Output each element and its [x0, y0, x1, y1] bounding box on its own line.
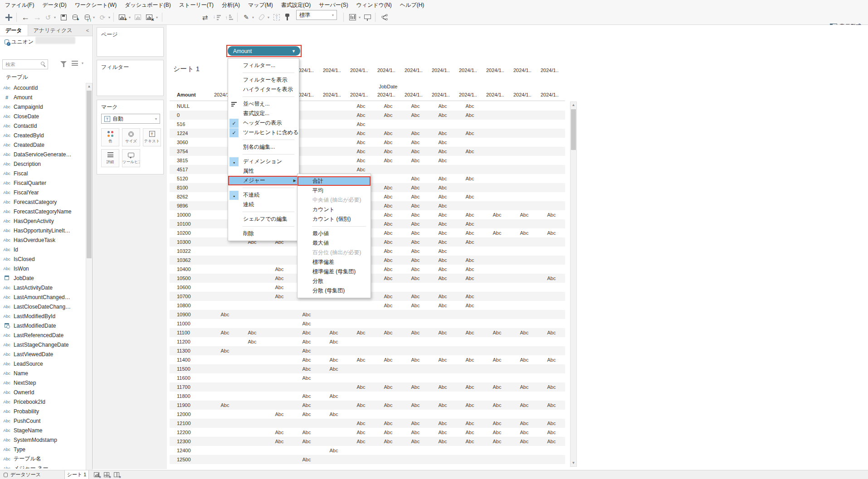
- context-menu-item[interactable]: 別名の編集...: [228, 142, 299, 152]
- menubar-item[interactable]: ワークシート(W): [71, 0, 121, 10]
- tab-datasource[interactable]: データソース: [0, 470, 46, 479]
- table-cell[interactable]: Abc: [266, 285, 293, 290]
- row-header[interactable]: 10300: [177, 239, 191, 245]
- table-cell[interactable]: Abc: [211, 348, 239, 353]
- rows-pill-amount[interactable]: Amount ▼: [228, 46, 300, 56]
- field-item[interactable]: AbcIsClosed: [0, 254, 85, 264]
- table-cell[interactable]: Abc: [538, 276, 565, 281]
- table-cell[interactable]: Abc: [211, 330, 239, 335]
- datasource-connection[interactable]: ユニオン: [5, 38, 34, 45]
- field-item[interactable]: AbcLastCloseDateChang…: [0, 302, 85, 311]
- table-cell[interactable]: Abc: [375, 212, 402, 218]
- menubar-item[interactable]: データ(D): [38, 0, 70, 10]
- table-cell[interactable]: Abc: [511, 439, 538, 444]
- table-cell[interactable]: Abc: [375, 103, 402, 109]
- field-item[interactable]: Abcメジャー ネー: [0, 464, 85, 469]
- column-header[interactable]: 2024/1..: [347, 68, 375, 73]
- table-cell[interactable]: Abc: [402, 112, 429, 118]
- field-item[interactable]: AbcForecastCategoryName: [0, 207, 85, 216]
- pause-auto-updates-button[interactable]: [83, 10, 92, 24]
- table-cell[interactable]: Abc: [483, 330, 511, 335]
- context-menu-item[interactable]: シェルフでの編集: [228, 214, 299, 224]
- fit-selector[interactable]: 標準 ▾: [296, 10, 337, 20]
- table-cell[interactable]: Abc: [483, 357, 511, 363]
- field-item[interactable]: Abcテーブル名: [0, 454, 85, 464]
- clear-sheet-button[interactable]: [144, 10, 154, 24]
- table-cell[interactable]: Abc: [293, 393, 320, 399]
- pages-shelf[interactable]: ページ: [97, 27, 164, 57]
- row-header[interactable]: 11400: [177, 357, 190, 363]
- row-header[interactable]: 8100: [177, 185, 188, 190]
- field-item[interactable]: LastModifiedDate: [0, 321, 85, 330]
- row-header[interactable]: 9896: [177, 203, 188, 208]
- table-cell[interactable]: Abc: [402, 421, 429, 426]
- filter-fields-icon[interactable]: [60, 61, 67, 64]
- column-header[interactable]: 2024/1..: [320, 92, 347, 97]
- row-header[interactable]: 12500: [177, 457, 191, 462]
- column-header[interactable]: 2024/1..: [402, 68, 429, 73]
- table-cell[interactable]: Abc: [456, 212, 483, 218]
- table-cell[interactable]: Abc: [402, 384, 429, 390]
- table-cell[interactable]: Abc: [456, 194, 483, 199]
- new-datasource-button[interactable]: [70, 10, 79, 24]
- context-menu-item[interactable]: 書式設定...: [228, 109, 299, 118]
- column-header[interactable]: 2024/1..: [402, 92, 429, 97]
- submenu-item[interactable]: 標準偏差: [297, 257, 371, 267]
- column-header[interactable]: 2024/1..: [483, 92, 511, 97]
- table-cell[interactable]: Abc: [429, 294, 456, 299]
- duplicate-sheet-button[interactable]: [133, 10, 143, 24]
- table-cell[interactable]: Abc: [429, 221, 456, 227]
- table-cell[interactable]: Abc: [429, 112, 456, 118]
- context-menu-item[interactable]: 並べ替え...: [228, 99, 299, 109]
- run-update-caret[interactable]: ▾: [107, 10, 112, 24]
- row-header[interactable]: 11900: [177, 402, 190, 408]
- new-dashboard-tab-button[interactable]: [102, 470, 112, 479]
- mark-button-color[interactable]: 色: [101, 128, 119, 146]
- table-cell[interactable]: Abc: [375, 131, 402, 136]
- table-cell[interactable]: Abc: [320, 448, 347, 453]
- table-cell[interactable]: Abc: [402, 266, 429, 272]
- context-menu-item[interactable]: ハイライターを表示: [228, 85, 299, 94]
- table-cell[interactable]: Abc: [429, 266, 456, 272]
- table-cell[interactable]: Abc: [402, 158, 429, 163]
- table-cell[interactable]: Abc: [375, 185, 402, 190]
- sort-descending-button[interactable]: [224, 10, 234, 24]
- table-cell[interactable]: Abc: [511, 384, 538, 390]
- table-cell[interactable]: Abc: [402, 103, 429, 109]
- table-cell[interactable]: Abc: [456, 294, 483, 299]
- table-cell[interactable]: Abc: [429, 402, 456, 408]
- row-header[interactable]: 3754: [177, 149, 188, 154]
- table-cell[interactable]: Abc: [211, 312, 239, 317]
- table-cell[interactable]: Abc: [456, 430, 483, 435]
- table-cell[interactable]: Abc: [239, 330, 266, 335]
- table-cell[interactable]: Abc: [293, 321, 320, 326]
- table-cell[interactable]: Abc: [320, 393, 347, 399]
- context-menu-item[interactable]: ディメンション: [228, 157, 299, 166]
- table-cell[interactable]: Abc: [375, 384, 402, 390]
- table-cell[interactable]: Abc: [456, 131, 483, 136]
- tab-data[interactable]: データ: [0, 25, 28, 36]
- table-cell[interactable]: Abc: [293, 330, 320, 335]
- table-cell[interactable]: Abc: [456, 402, 483, 408]
- column-header[interactable]: 2024/1..: [429, 68, 456, 73]
- row-header[interactable]: 12400: [177, 448, 191, 453]
- context-menu-item[interactable]: 不連続: [228, 190, 299, 200]
- field-item[interactable]: AbcContactId: [0, 121, 85, 131]
- submenu-item[interactable]: 分散 (母集団): [297, 286, 371, 295]
- table-cell[interactable]: Abc: [375, 140, 402, 145]
- table-cell[interactable]: Abc: [456, 303, 483, 308]
- menubar-item[interactable]: ファイル(F): [1, 0, 38, 10]
- row-header[interactable]: 10700: [177, 294, 191, 299]
- table-cell[interactable]: Abc: [402, 149, 429, 154]
- menubar-item[interactable]: 書式設定(O): [277, 0, 315, 10]
- table-cell[interactable]: Abc: [483, 402, 511, 408]
- table-cell[interactable]: Abc: [375, 357, 402, 363]
- highlight-caret[interactable]: ▾: [251, 10, 255, 24]
- table-cell[interactable]: Abc: [429, 103, 456, 109]
- table-cell[interactable]: Abc: [347, 402, 375, 408]
- table-cell[interactable]: Abc: [266, 276, 293, 281]
- column-header[interactable]: 2024/1..: [347, 92, 375, 97]
- row-header[interactable]: 11700: [177, 384, 190, 390]
- scrollbar-thumb[interactable]: [87, 91, 92, 258]
- field-item[interactable]: AbcStageName: [0, 426, 85, 435]
